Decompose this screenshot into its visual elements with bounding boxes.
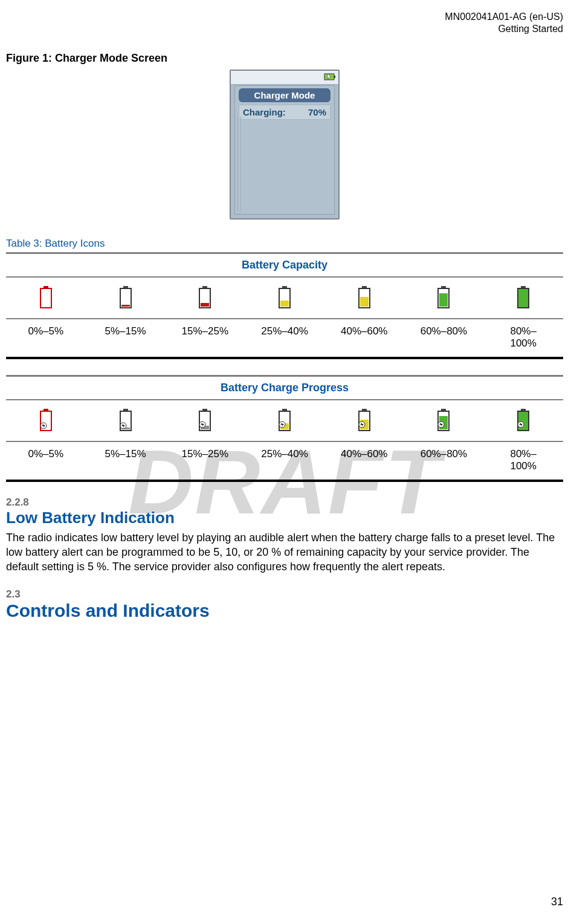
phone-row-value: 70% bbox=[308, 107, 326, 117]
table-row bbox=[6, 278, 563, 319]
svg-rect-9 bbox=[201, 303, 209, 307]
svg-rect-12 bbox=[280, 301, 289, 307]
table-row bbox=[6, 400, 563, 442]
range-label: 40%–60% bbox=[324, 442, 404, 480]
range-label: 40%–60% bbox=[324, 319, 404, 357]
battery-charge-progress-table: Battery Charge Progress bbox=[6, 375, 563, 482]
range-label: 5%–15% bbox=[86, 442, 166, 480]
battery-charging-icon-40-60 bbox=[324, 400, 404, 441]
section-title: Controls and Indicators bbox=[6, 600, 563, 621]
battery-status-icon bbox=[324, 73, 336, 83]
table-row: 0%–5% 5%–15% 15%–25% 25%–40% 40%–60% 60%… bbox=[6, 319, 563, 357]
range-label: 15%–25% bbox=[165, 319, 245, 357]
phone-charging-row: Charging: 70% bbox=[239, 105, 331, 120]
section-title: Low Battery Indication bbox=[6, 509, 563, 527]
charger-mode-screen: Charger Mode Charging: 70% bbox=[230, 70, 340, 220]
range-label: 25%–40% bbox=[245, 442, 324, 480]
phone-body: Charger Mode Charging: 70% bbox=[234, 85, 335, 215]
battery-icon-40-60 bbox=[324, 278, 404, 318]
battery-charging-icon-25-40 bbox=[245, 400, 324, 441]
figure-caption: Figure 1: Charger Mode Screen bbox=[6, 52, 563, 65]
phone-title: Charger Mode bbox=[239, 88, 331, 102]
battery-icon-5-15 bbox=[86, 278, 166, 318]
section-number: 2.2.8 bbox=[6, 496, 563, 509]
battery-charging-icon-15-25 bbox=[165, 400, 245, 441]
table-title: Battery Charge Progress bbox=[6, 377, 563, 400]
doc-id: MN002041A01-AG (en-US) bbox=[6, 11, 563, 23]
range-label: 60%–80% bbox=[404, 319, 484, 357]
table3-caption: Table 3: Battery Icons bbox=[6, 238, 563, 250]
svg-rect-1 bbox=[334, 76, 335, 78]
svg-rect-6 bbox=[121, 305, 130, 307]
phone-statusbar bbox=[231, 71, 338, 85]
range-label: 60%–80% bbox=[404, 442, 484, 480]
section-number: 2.3 bbox=[6, 588, 563, 600]
phone-row-label: Charging: bbox=[243, 107, 286, 117]
svg-rect-3 bbox=[40, 288, 51, 308]
range-label: 80%– 100% bbox=[483, 442, 563, 480]
table-row: 0%–5% 5%–15% 15%–25% 25%–40% 40%–60% 60%… bbox=[6, 442, 563, 480]
svg-rect-15 bbox=[360, 297, 369, 307]
doc-section: Getting Started bbox=[6, 23, 563, 35]
range-label: 80%– 100% bbox=[483, 319, 563, 357]
section-body: The radio indicates low battery level by… bbox=[6, 531, 563, 574]
svg-rect-20 bbox=[518, 288, 529, 308]
phone-divider bbox=[237, 116, 241, 212]
page-number: 31 bbox=[6, 891, 563, 913]
doc-header: MN002041A01-AG (en-US) Getting Started bbox=[6, 0, 563, 35]
battery-icon-0-5 bbox=[6, 278, 86, 318]
battery-icon-60-80 bbox=[404, 278, 484, 318]
battery-icon-15-25 bbox=[165, 278, 245, 318]
range-label: 0%–5% bbox=[6, 442, 86, 480]
table-title: Battery Capacity bbox=[6, 254, 563, 278]
range-label: 0%–5% bbox=[6, 319, 86, 357]
range-label: 15%–25% bbox=[165, 442, 245, 480]
svg-rect-18 bbox=[439, 293, 448, 307]
range-label: 25%–40% bbox=[245, 319, 324, 357]
battery-capacity-table: Battery Capacity 0 bbox=[6, 252, 563, 359]
battery-charging-icon-60-80 bbox=[404, 400, 484, 441]
range-label: 5%–15% bbox=[86, 319, 166, 357]
battery-icon-25-40 bbox=[245, 278, 324, 318]
battery-charging-icon-5-15 bbox=[86, 400, 166, 441]
battery-icon-80-100 bbox=[483, 278, 563, 318]
battery-charging-icon-80-100 bbox=[483, 400, 563, 441]
svg-rect-45 bbox=[518, 411, 529, 431]
battery-charging-icon-0-5 bbox=[6, 400, 86, 441]
